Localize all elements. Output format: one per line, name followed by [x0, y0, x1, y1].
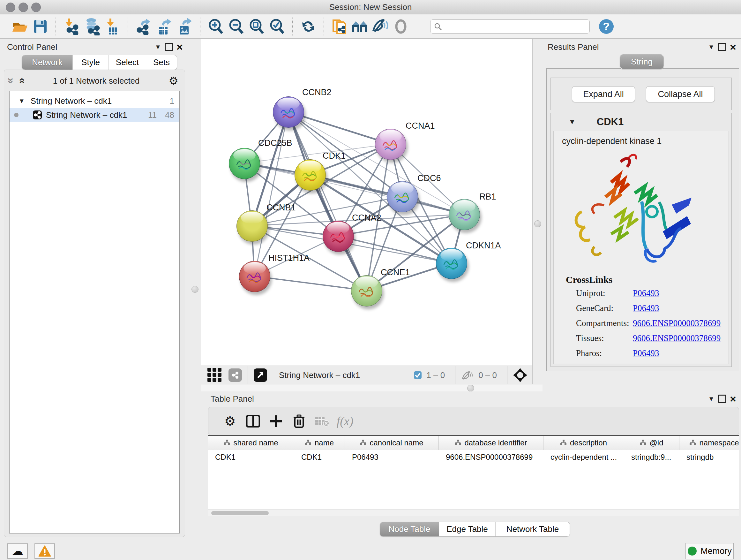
- table-cell[interactable]: stringdb:9...: [624, 450, 679, 464]
- network-node-ccnb1[interactable]: [237, 210, 268, 242]
- network-node-cdkn1a[interactable]: [436, 248, 467, 279]
- table-cell[interactable]: cyclin-dependent ...: [543, 450, 624, 464]
- result-section-header[interactable]: ▼ CDK1: [551, 113, 731, 131]
- network-node-ccna1[interactable]: [375, 129, 406, 160]
- results-panel-collapse-icon[interactable]: ▼: [706, 42, 717, 52]
- right-splitter-handle[interactable]: [534, 220, 541, 227]
- tab-select[interactable]: Select: [109, 55, 146, 70]
- apply-layout-button[interactable]: [298, 16, 319, 37]
- tab-sets[interactable]: Sets: [146, 55, 177, 70]
- tab-style[interactable]: Style: [73, 55, 109, 70]
- table-cell[interactable]: CDK1: [208, 450, 294, 464]
- edge[interactable]: [254, 276, 366, 291]
- zoom-in-button[interactable]: [205, 16, 226, 37]
- collection-expand-icon[interactable]: ▼: [18, 98, 25, 105]
- edge[interactable]: [288, 112, 366, 291]
- network-node-rb1[interactable]: [449, 199, 480, 230]
- crosslink-link[interactable]: P06493: [633, 288, 659, 298]
- selected-node-edge-counts: 1 – 0: [426, 370, 445, 380]
- zoom-fit-button[interactable]: [246, 16, 267, 37]
- section-collapse-icon[interactable]: ▼: [569, 118, 576, 126]
- tab-node-table[interactable]: Node Table: [380, 522, 439, 537]
- cloud-status-button[interactable]: ☁: [7, 543, 28, 559]
- network-canvas[interactable]: CCNB2CCNA1CDC25BCDK1CDC6RB1CCNB1CCNA2CDK…: [201, 39, 532, 366]
- network-row[interactable]: String Network – cdk1 11 48: [10, 108, 179, 122]
- import-network-file-button[interactable]: [61, 16, 82, 37]
- clone-network-button[interactable]: [329, 16, 350, 37]
- network-node-ccnb2[interactable]: [273, 97, 304, 128]
- expand-all-networks-icon[interactable]: »: [16, 78, 25, 84]
- network-options-gear-icon[interactable]: ⚙: [169, 74, 179, 87]
- column-header[interactable]: canonical name: [345, 436, 439, 450]
- first-neighbors-button[interactable]: [350, 16, 370, 37]
- table-options-gear-icon[interactable]: ⚙: [219, 414, 242, 428]
- column-header[interactable]: description: [543, 436, 624, 450]
- scrollbar-thumb[interactable]: [211, 511, 269, 515]
- table-cell[interactable]: 9606.ENSP00000378699: [439, 450, 543, 464]
- network-node-ccna2[interactable]: [323, 221, 354, 252]
- hide-selected-button[interactable]: [370, 16, 391, 37]
- tab-string[interactable]: String: [620, 55, 664, 69]
- column-header[interactable]: namespace: [679, 436, 739, 450]
- network-node-hist1h1a[interactable]: [239, 261, 270, 292]
- grid-view-icon[interactable]: [207, 368, 222, 382]
- column-header[interactable]: database identifier: [439, 436, 543, 450]
- help-button[interactable]: ?: [596, 16, 616, 37]
- table-cell[interactable]: P06493: [345, 450, 439, 464]
- control-panel-collapse-icon[interactable]: ▼: [152, 42, 163, 52]
- create-column-plus-icon[interactable]: [265, 415, 287, 428]
- edge-count: 48: [165, 110, 174, 120]
- selected-checkbox-icon[interactable]: [414, 371, 422, 379]
- export-network-button[interactable]: [133, 16, 154, 37]
- column-header[interactable]: @id: [624, 436, 679, 450]
- memory-button[interactable]: Memory: [685, 543, 734, 559]
- left-splitter-handle[interactable]: [192, 286, 199, 293]
- warnings-button[interactable]: [35, 543, 55, 559]
- column-header[interactable]: shared name: [208, 436, 294, 450]
- collapse-all-button[interactable]: Collapse All: [646, 86, 715, 102]
- network-node-cdk1[interactable]: [294, 159, 326, 191]
- expand-all-button[interactable]: Expand All: [572, 86, 635, 102]
- table-row[interactable]: CDK1CDK1P064939606.ENSP00000378699cyclin…: [208, 450, 739, 464]
- tab-edge-table[interactable]: Edge Table: [439, 522, 495, 537]
- network-collection-row[interactable]: ▼ String Network – cdk1 1: [10, 94, 179, 108]
- tab-network-table[interactable]: Network Table: [495, 522, 569, 537]
- delete-column-trash-icon[interactable]: [287, 415, 311, 428]
- export-image-button[interactable]: [174, 16, 195, 37]
- network-node-cdc6[interactable]: [387, 181, 418, 212]
- crosslink-link[interactable]: P06493: [633, 348, 659, 358]
- network-overview-share-icon[interactable]: [228, 368, 242, 382]
- crosslink-link[interactable]: 9606.ENSP00000378699: [633, 333, 721, 343]
- column-type-icon: [360, 438, 366, 447]
- control-panel-float-icon[interactable]: [163, 42, 174, 52]
- crosslink-link[interactable]: 9606.ENSP00000378699: [633, 318, 721, 328]
- table-cell[interactable]: CDK1: [294, 450, 345, 464]
- table-panel-collapse-icon[interactable]: ▼: [706, 393, 717, 404]
- horizontal-splitter-handle[interactable]: [467, 385, 474, 392]
- column-header[interactable]: name: [294, 436, 345, 450]
- center-view-crosshair-icon[interactable]: [513, 368, 527, 382]
- birds-eye-view-button[interactable]: [254, 368, 267, 382]
- crosslink-link[interactable]: P06493: [633, 303, 659, 313]
- show-columns-icon[interactable]: [242, 415, 265, 428]
- export-table-button[interactable]: [154, 16, 174, 37]
- network-node-cdc25b[interactable]: [229, 148, 260, 179]
- save-session-button[interactable]: [30, 16, 51, 37]
- table-horizontal-scrollbar[interactable]: [208, 509, 739, 516]
- control-panel-close-icon[interactable]: ×: [174, 42, 185, 52]
- open-session-button[interactable]: [10, 16, 30, 37]
- right-splitter[interactable]: [532, 39, 533, 391]
- table-panel-float-icon[interactable]: [717, 393, 728, 404]
- zoom-selected-button[interactable]: [267, 16, 287, 37]
- results-panel-close-icon[interactable]: ×: [728, 42, 738, 52]
- import-network-database-button[interactable]: [82, 16, 102, 37]
- tab-network[interactable]: Network: [22, 55, 73, 70]
- zoom-out-button[interactable]: [226, 16, 246, 37]
- network-node-ccne1[interactable]: [351, 275, 382, 307]
- table-cell[interactable]: stringdb: [679, 450, 739, 464]
- show-all-button[interactable]: [391, 16, 411, 37]
- results-panel-float-icon[interactable]: [717, 42, 728, 52]
- table-panel-close-icon[interactable]: ×: [728, 393, 738, 404]
- search-input[interactable]: [430, 19, 590, 34]
- import-table-file-button[interactable]: [102, 16, 123, 37]
